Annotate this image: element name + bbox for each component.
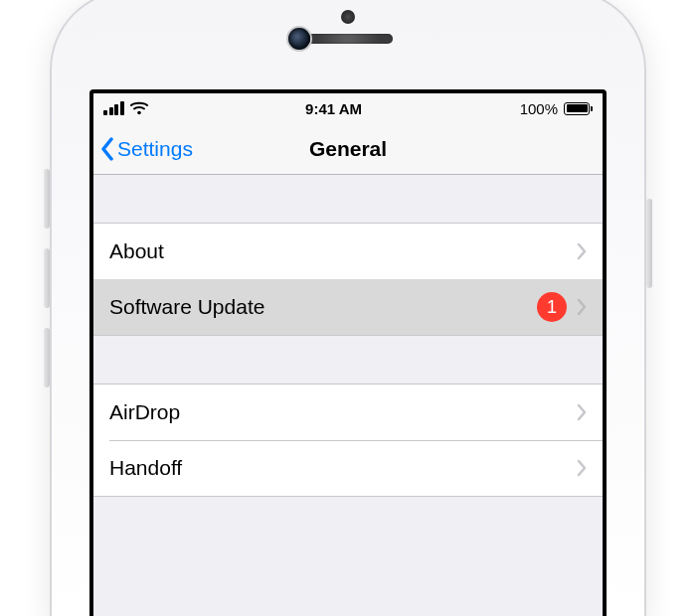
proximity-sensor	[341, 10, 355, 24]
notification-badge: 1	[537, 292, 567, 322]
status-right: 100%	[520, 100, 593, 117]
screen-frame: 9:41 AM 100% Setting	[89, 89, 607, 616]
row-airdrop[interactable]: AirDrop	[93, 385, 603, 440]
status-bar: 9:41 AM 100%	[93, 93, 603, 123]
row-label: Handoff	[109, 456, 567, 480]
cellular-signal-icon	[103, 101, 124, 115]
page-title: General	[309, 137, 387, 161]
nav-bar: Settings General	[93, 123, 603, 175]
chevron-right-icon	[577, 298, 587, 316]
row-label: AirDrop	[109, 400, 567, 424]
row-handoff[interactable]: Handoff	[93, 440, 603, 496]
svg-point-0	[137, 111, 141, 115]
phone-chassis: 9:41 AM 100% Setting	[50, 0, 646, 616]
group-spacer	[93, 336, 603, 384]
wifi-icon	[130, 101, 148, 115]
chevron-left-icon	[99, 135, 115, 163]
front-camera	[288, 28, 310, 50]
back-label: Settings	[117, 137, 193, 161]
chevron-right-icon	[577, 242, 587, 260]
battery-icon	[564, 102, 593, 115]
screen: 9:41 AM 100% Setting	[93, 93, 603, 616]
back-button[interactable]: Settings	[99, 123, 193, 174]
settings-group-1: About Software Update 1	[93, 223, 603, 336]
chevron-right-icon	[577, 459, 587, 477]
settings-group-2: AirDrop Handoff	[93, 384, 603, 497]
chevron-right-icon	[577, 403, 587, 421]
row-label: Software Update	[109, 295, 537, 319]
row-software-update[interactable]: Software Update 1	[93, 279, 603, 335]
row-about[interactable]: About	[93, 224, 603, 279]
row-label: About	[109, 239, 567, 263]
group-spacer	[93, 175, 603, 223]
volume-down-button	[44, 328, 50, 387]
mute-switch	[44, 169, 50, 229]
earpiece-speaker	[303, 34, 393, 44]
status-left	[103, 101, 148, 115]
battery-percent: 100%	[520, 100, 558, 117]
status-time: 9:41 AM	[305, 100, 362, 117]
volume-up-button	[44, 248, 50, 308]
power-button	[646, 199, 652, 288]
